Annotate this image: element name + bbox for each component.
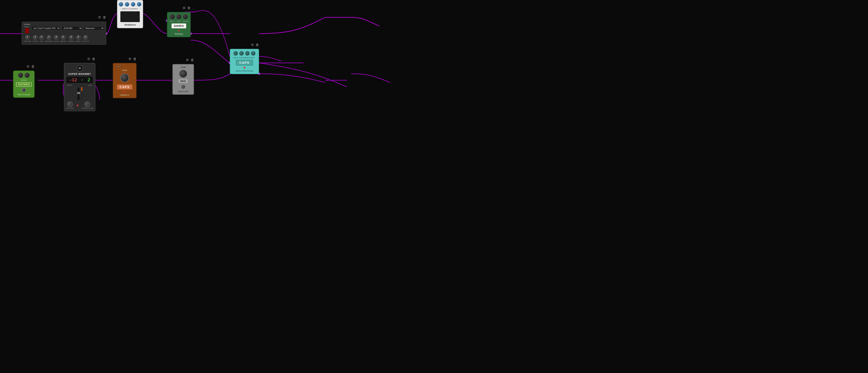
amp-x-treble-label: TREBLE <box>68 40 74 42</box>
stereo-plate-trash-icon[interactable]: 🗑 <box>256 43 259 47</box>
ts-footswitch[interactable] <box>22 88 26 92</box>
amp-x-power-led <box>25 28 29 33</box>
ambience-display <box>120 11 140 22</box>
stereo-gain-trash-icon[interactable]: 🗑 <box>191 58 194 62</box>
shiro-trash-icon[interactable]: 🗑 <box>187 6 191 10</box>
spr-damping-label: DAMPING <box>239 57 244 59</box>
super-whammy-toggle-label: TOGGLE CLEAN <box>82 107 93 109</box>
amp-x-sublabel: Amp X <box>25 26 30 28</box>
amp-x-label: Guitarix <box>24 23 30 25</box>
shiro-rate-knob[interactable] <box>176 14 181 19</box>
tube-screamer-trash-icon[interactable]: 🗑 <box>31 65 35 68</box>
amp-x-gear-icon[interactable]: ⚙ <box>98 15 101 19</box>
ambience-output-label: OUTPUT <box>130 8 138 10</box>
caps-cabinet-preset[interactable]: Tone C <box>115 65 122 68</box>
amp-x-preset2-select[interactable]: JCM-900 <box>62 26 82 30</box>
spr-badge: CAPS <box>236 60 253 65</box>
ambience-arrow-in: → <box>119 8 121 10</box>
tube-screamer-plugin: ⚙ 🗑 LEVEL GUITARIX Tube Screamer <box>13 70 35 98</box>
amp-x-presence-knob[interactable] <box>76 35 81 40</box>
spr-mix-knob[interactable] <box>251 51 256 56</box>
ambience-damptime-knob[interactable] <box>125 2 129 6</box>
amp-x-plugin: ⚙ 🗑 Guitarix Amp X pre 12ax7/ master 6V6… <box>22 22 106 45</box>
ambience-title: Ambience <box>124 24 136 26</box>
super-whammy-plus: + <box>81 78 83 82</box>
amp-x-preset3-select[interactable]: Bassman <box>84 26 104 30</box>
super-whammy-slider[interactable] <box>77 87 80 100</box>
amp-x-output-knob[interactable] <box>83 35 88 40</box>
amp-x-drive-label: DRIVE <box>33 40 38 42</box>
spr-lowpass-label: LOWPASS <box>245 57 250 59</box>
amp-x-middle-knob[interactable] <box>61 35 66 40</box>
caps-cabinet-gain-knob[interactable] <box>120 73 129 82</box>
spr-damping-knob[interactable] <box>239 51 244 56</box>
super-whammy-wst-knob[interactable] <box>67 101 73 107</box>
super-whammy-toggle-knob[interactable] <box>85 101 90 107</box>
super-whammy-title: SUPER WHAMMY <box>68 73 91 75</box>
stereo-plate-plugin: ⚙ 🗑 DECAY DAMPING LOWPASS MIX CAPS Stere… <box>230 49 259 74</box>
amp-x-trash-icon[interactable]: 🗑 <box>103 15 106 19</box>
super-whammy-first-num: -12 <box>69 77 77 83</box>
shiro-depth-label: DEPTH <box>170 21 175 22</box>
shiro-gear-icon[interactable]: ⚙ <box>183 6 186 10</box>
ts-knob1[interactable] <box>18 73 23 78</box>
caps-cabinet-gear-icon[interactable]: ⚙ <box>128 57 131 61</box>
spr-mix-label: MIX <box>251 57 256 59</box>
spr-led <box>244 67 245 68</box>
ambience-compress-knob[interactable] <box>119 2 123 6</box>
stereo-gain-knob[interactable] <box>179 70 187 78</box>
ambience-plugin: ⚙ → INPUT OUTPUT → Ambience <box>117 0 143 28</box>
shiro-title: Modulay <box>175 33 183 35</box>
ambience-level-knob[interactable] <box>131 2 135 6</box>
shiro-rate-label: RATE <box>176 21 181 22</box>
tube-screamer-gear-icon[interactable]: ⚙ <box>26 64 29 68</box>
super-whammy-last-num: 2 <box>88 77 90 83</box>
amp-x-distortion-knob[interactable] <box>39 35 44 40</box>
super-whammy-wst-label: WST. GAIN <box>66 107 74 109</box>
ambience-arrow-out: → <box>139 8 141 10</box>
spr-title: Stereo Plate Reverb <box>236 70 253 72</box>
stereo-gain-plugin: ⚙ 🗑 GAIN MOD Stereo Gain <box>172 64 194 95</box>
amp-x-middle-label: MIDDLE <box>60 40 67 42</box>
ts-level-label: LEVEL <box>21 79 27 81</box>
amp-x-preamplifier-label: PRE AMP <box>24 40 31 42</box>
shiro-badge: SHIRO <box>172 24 186 28</box>
stereo-gain-title: Stereo Gain <box>178 90 188 93</box>
caps-cabinet-gain-label: GAIN <box>122 69 127 71</box>
amp-x-presence-label: PRES <box>76 40 81 42</box>
amp-x-mastergain-label: MASTER <box>45 40 53 42</box>
ts-badge: GUITARIX <box>16 83 31 87</box>
ambience-led <box>129 8 129 10</box>
super-whammy-trash-icon[interactable]: 🗑 <box>92 57 95 61</box>
shiro-depth-knob[interactable] <box>170 14 175 19</box>
stereo-gain-footswitch[interactable] <box>181 84 186 89</box>
stereo-plate-gear-icon[interactable]: ⚙ <box>251 43 254 47</box>
cables-canvas <box>0 0 868 373</box>
caps-cabinet-badge: CAPS <box>117 84 133 90</box>
spr-decay-knob[interactable] <box>233 51 238 56</box>
amp-x-preamplifier-knob[interactable] <box>25 35 30 40</box>
super-whammy-led <box>77 104 79 106</box>
amp-x-preset1-select[interactable]: pre 12ax7/ master 6V6 <box>32 26 60 30</box>
amp-x-treble-knob[interactable] <box>69 35 74 40</box>
ts-title: Tube Screamer <box>17 93 31 96</box>
caps-cabinet-led <box>124 91 126 93</box>
amp-x-drive-knob[interactable] <box>33 35 38 40</box>
super-whammy-last-label: LAST <box>88 84 92 86</box>
spr-lowpass-knob[interactable] <box>245 51 250 56</box>
ts-knob2[interactable] <box>25 73 30 78</box>
super-whammy-first-label: FIRST <box>67 84 72 86</box>
amp-x-bass-knob[interactable] <box>54 35 59 40</box>
shiro-led <box>178 30 180 31</box>
stereo-gain-gear-icon[interactable]: ⚙ <box>186 58 189 62</box>
super-whammy-leds <box>81 87 82 100</box>
amp-x-bass-label: BL RE <box>54 40 59 42</box>
ambience-mix-knob[interactable] <box>137 2 141 6</box>
super-whammy-plugin: ⚙ 🗑 W SUPER WHAMMY -12 + 2 FIRST LAST <box>64 63 95 111</box>
amp-x-mastergain-knob[interactable] <box>46 35 51 40</box>
caps-cabinet-trash-icon[interactable]: 🗑 <box>133 57 136 61</box>
ambience-input-label: INPUT <box>122 8 128 10</box>
shiro-morph-knob[interactable] <box>183 14 188 19</box>
super-whammy-gear-icon[interactable]: ⚙ <box>87 57 90 61</box>
spr-decay-label: DECAY <box>233 57 238 59</box>
